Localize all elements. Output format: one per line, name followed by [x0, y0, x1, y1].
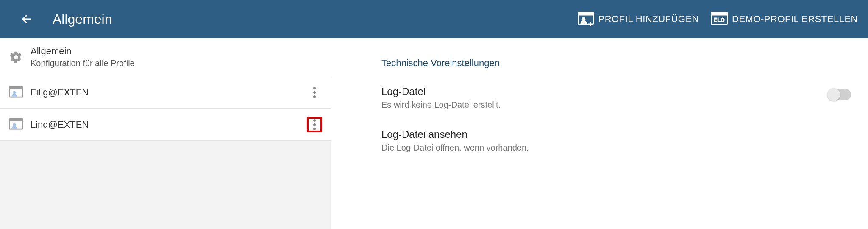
create-demo-profile-button[interactable]: ELO DEMO-PROFIL ERSTELLEN: [711, 11, 858, 28]
profile-overflow-menu-button[interactable]: [307, 117, 322, 132]
log-file-title: Log-Datei: [381, 86, 828, 98]
log-file-subtitle: Es wird keine Log-Datei erstellt.: [381, 100, 828, 110]
log-file-setting[interactable]: Log-Datei Es wird keine Log-Datei erstel…: [381, 86, 851, 110]
general-title: Allgemein: [31, 46, 322, 57]
svg-rect-7: [711, 12, 727, 15]
profile-row[interactable]: Lind@EXTEN: [0, 109, 331, 141]
more-vertical-icon: [313, 119, 316, 131]
svg-point-3: [582, 17, 585, 21]
toggle-knob: [827, 88, 840, 101]
svg-point-12: [313, 87, 316, 89]
profile-icon: [8, 117, 24, 132]
svg-point-14: [313, 95, 316, 98]
section-title: Technische Voreinstellungen: [381, 58, 851, 69]
general-subtitle: Konfiguration für alle Profile: [31, 59, 322, 68]
log-file-toggle[interactable]: [828, 89, 851, 100]
back-button[interactable]: [19, 11, 36, 28]
settings-detail-panel: Technische Voreinstellungen Log-Datei Es…: [331, 38, 868, 229]
create-demo-profile-label: DEMO-PROFIL ERSTELLEN: [732, 14, 858, 25]
svg-point-13: [313, 91, 316, 94]
svg-point-20: [313, 128, 316, 130]
gear-icon: [8, 50, 24, 65]
svg-rect-10: [9, 86, 23, 89]
profile-list-panel: Allgemein Konfiguration für alle Profile…: [0, 38, 331, 229]
profile-icon: [8, 85, 24, 100]
view-log-subtitle: Die Log-Datei öffnen, wenn vorhanden.: [381, 143, 851, 153]
elo-demo-icon: ELO: [711, 11, 728, 28]
svg-rect-2: [578, 12, 593, 15]
svg-point-18: [313, 119, 316, 122]
more-vertical-icon: [313, 87, 316, 98]
add-profile-button[interactable]: PROFIL HINZUFÜGEN: [577, 11, 699, 28]
profile-row[interactable]: Eilig@EXTEN: [0, 76, 331, 109]
header-actions: PROFIL HINZUFÜGEN ELO DEMO-PROFIL ERSTEL…: [577, 11, 858, 28]
view-log-file-setting[interactable]: Log-Datei ansehen Die Log-Datei öffnen, …: [381, 128, 851, 153]
svg-point-17: [13, 123, 16, 126]
svg-text:ELO: ELO: [714, 17, 725, 23]
add-profile-label: PROFIL HINZUFÜGEN: [598, 14, 699, 25]
svg-point-11: [13, 91, 16, 94]
add-profile-icon: [577, 11, 594, 28]
app-header: Allgemein PROFIL HINZUFÜGEN EL: [0, 0, 868, 38]
profile-overflow-menu-button[interactable]: [307, 85, 322, 100]
general-config-row[interactable]: Allgemein Konfiguration für alle Profile: [0, 38, 331, 76]
arrow-left-icon: [21, 13, 33, 25]
svg-point-19: [313, 123, 316, 126]
svg-rect-16: [9, 118, 23, 121]
profile-name: Eilig@EXTEN: [31, 87, 307, 98]
page-title: Allgemein: [53, 11, 577, 27]
profile-name: Lind@EXTEN: [31, 119, 307, 130]
view-log-title: Log-Datei ansehen: [381, 128, 851, 140]
